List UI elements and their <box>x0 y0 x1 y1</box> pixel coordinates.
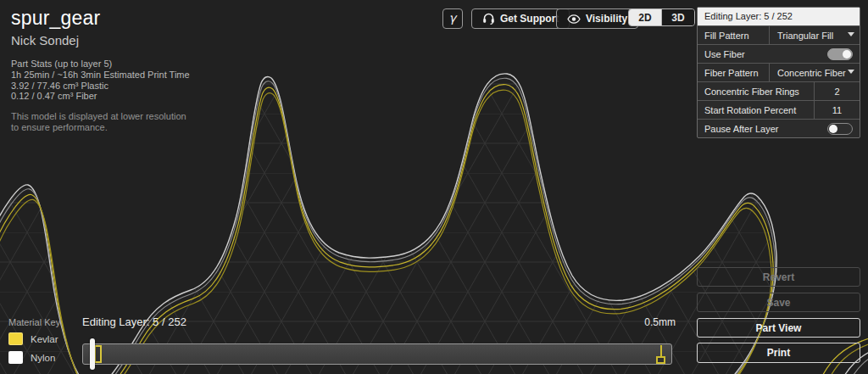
tab-2d-view[interactable]: 2D <box>629 9 661 25</box>
visibility-label: Visibility <box>586 13 627 25</box>
part-author: Nick Sondej <box>11 33 196 47</box>
eye-icon <box>567 14 581 24</box>
part-view-button[interactable]: Part View <box>697 318 860 338</box>
concentric-rings-input[interactable]: 2 <box>814 82 860 100</box>
app-window: spur_gear Nick Sondej Part Stats (up to … <box>0 0 868 374</box>
headset-icon <box>482 13 495 25</box>
fill-pattern-row: Fill Pattern Triangular Fill <box>698 25 860 44</box>
revert-button[interactable]: Revert <box>697 267 860 287</box>
fill-pattern-select[interactable]: Triangular Fill <box>769 26 860 44</box>
start-rotation-input[interactable]: 11 <box>814 101 860 119</box>
resolution-notice: This model is displayed at lower resolut… <box>11 111 196 133</box>
part-stats-header: Part Stats (up to layer 5) <box>11 59 196 70</box>
chevron-down-icon <box>848 32 854 36</box>
layer-slider-handle[interactable] <box>90 338 95 370</box>
view-mode-toggle: 2D 3D <box>628 8 695 26</box>
get-support-button[interactable]: Get Support <box>471 8 570 29</box>
print-button[interactable]: Print <box>697 343 860 363</box>
part-title: spur_gear <box>11 7 196 30</box>
pause-after-layer-label: Pause After Layer <box>698 120 827 137</box>
fiber-pattern-value: Concentric Fiber <box>777 68 846 78</box>
kevlar-swatch <box>8 332 23 345</box>
fiber-pattern-select[interactable]: Concentric Fiber <box>769 64 860 81</box>
chevron-down-icon <box>848 70 854 74</box>
pause-after-layer-toggle[interactable] <box>827 123 853 135</box>
toggle-knob <box>843 50 851 59</box>
list-item: Kevlar <box>8 332 60 345</box>
fiber-layer-marker-box <box>656 356 665 364</box>
use-fiber-cell <box>827 45 860 63</box>
tab-3d-view[interactable]: 3D <box>661 9 694 25</box>
use-fiber-row: Use Fiber <box>698 44 860 63</box>
concentric-rings-value: 2 <box>834 87 839 97</box>
part-stats: Part Stats (up to layer 5) 1h 25min / ~1… <box>11 59 196 102</box>
layer-slider-track[interactable] <box>82 343 672 365</box>
fill-pattern-value: Triangular Fill <box>777 31 833 41</box>
pause-after-layer-cell <box>827 120 860 137</box>
material-key-title: Material Key <box>8 317 60 327</box>
concentric-rings-label: Concentric Fiber Rings <box>698 82 814 100</box>
fiber-pattern-row: Fiber Pattern Concentric Fiber <box>698 63 860 81</box>
layer-height-label: 0.5mm <box>625 316 676 328</box>
editing-layer-indicator: Editing Layer: 5 / 252 <box>82 315 186 328</box>
nylon-swatch <box>8 351 23 364</box>
save-button[interactable]: Save <box>697 293 860 312</box>
toggle-knob <box>829 125 837 133</box>
start-rotation-value: 11 <box>832 105 842 115</box>
use-fiber-toggle[interactable] <box>827 48 853 60</box>
plastic-stat: 3.92 / 77.46 cm³ Plastic <box>11 81 196 92</box>
concentric-rings-row: Concentric Fiber Rings 2 <box>698 81 860 100</box>
get-support-label: Get Support <box>500 13 559 25</box>
pause-after-layer-row: Pause After Layer <box>698 119 860 137</box>
editing-layer-header: Editing Layer: 5 / 252 <box>698 8 860 25</box>
use-fiber-label: Use Fiber <box>698 45 827 63</box>
gamma-logo-icon: γ <box>449 11 456 25</box>
fill-pattern-label: Fill Pattern <box>698 26 769 44</box>
list-item: Nylon <box>8 351 60 364</box>
selected-layer-highlight <box>94 345 102 363</box>
start-rotation-row: Start Rotation Percent 11 <box>698 100 860 119</box>
kevlar-label: Kevlar <box>31 334 58 344</box>
start-rotation-label: Start Rotation Percent <box>698 101 814 119</box>
visibility-button[interactable]: Visibility <box>556 8 638 29</box>
logo-button[interactable]: γ <box>442 8 463 29</box>
material-key: Material Key Kevlar Nylon <box>8 317 60 370</box>
print-time-stat: 1h 25min / ~16h 3min Estimated Print Tim… <box>11 70 196 81</box>
nylon-label: Nylon <box>31 353 55 363</box>
fiber-pattern-label: Fiber Pattern <box>698 64 769 81</box>
fiber-stat: 0.12 / 0.47 cm³ Fiber <box>11 91 196 102</box>
part-info-block: spur_gear Nick Sondej Part Stats (up to … <box>11 7 196 133</box>
layer-settings-panel: Editing Layer: 5 / 252 Fill Pattern Tria… <box>697 7 860 138</box>
